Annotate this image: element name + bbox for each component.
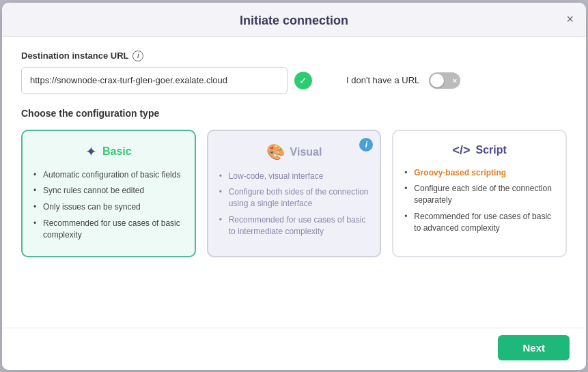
toggle-knob [430,74,444,87]
modal-body: Destination instance URL i ✓ I don't hav… [2,37,586,328]
cards-row: ✦ Basic Automatic configuration of basic… [21,130,567,258]
visual-icon: 🎨 [266,143,285,161]
config-type-section: Choose the configuration type ✦ Basic Au… [21,108,567,258]
destination-info-icon[interactable]: i [132,51,143,61]
card-script[interactable]: </> Script Groovy-based scripting Config… [392,130,567,258]
groovy-highlight: Groovy-based scripting [414,168,506,177]
basic-title: Basic [102,145,132,158]
script-bullet-3: Recommended for use cases of basic to ad… [404,211,555,234]
toggle-off-icon: × [453,76,457,85]
basic-bullet-1: Automatic configuration of basic fields [33,169,184,181]
config-section-title: Choose the configuration type [21,108,567,119]
basic-bullet-4: Recommended for use cases of basic compl… [33,218,184,241]
script-bullet-1: Groovy-based scripting [404,167,555,179]
visual-bullets: Low-code, visual interface Configure bot… [219,171,369,238]
visual-title: Visual [290,146,322,158]
no-url-label: I don't have a URL [346,75,419,85]
visual-bullet-1: Low-code, visual interface [219,171,369,182]
visual-bullet-2: Configure both sides of the connection u… [219,186,369,210]
visual-info-badge: i [359,138,373,152]
url-input[interactable] [21,67,288,94]
script-icon: </> [452,143,470,158]
basic-bullet-2: Sync rules cannot be edited [33,185,184,197]
modal-overlay: Initiate connection × Destination instan… [0,0,588,372]
modal-header: Initiate connection × [2,3,586,37]
url-row: ✓ I don't have a URL × [21,67,567,94]
card-basic[interactable]: ✦ Basic Automatic configuration of basic… [21,130,196,258]
modal-title: Initiate connection [240,14,348,28]
card-visual[interactable]: i 🎨 Visual Low-code, visual interface Co… [207,130,382,258]
modal: Initiate connection × Destination instan… [2,3,586,370]
no-url-toggle[interactable]: × [429,72,460,89]
modal-footer: Next [2,328,586,370]
url-valid-icon: ✓ [294,72,312,89]
basic-bullet-3: Only issues can be synced [33,201,184,213]
basic-icon: ✦ [85,143,97,160]
card-visual-header: 🎨 Visual [219,143,369,161]
next-button[interactable]: Next [498,335,570,360]
script-bullet-2: Configure each side of the connection se… [404,183,555,206]
script-title: Script [476,144,507,156]
destination-url-section: Destination instance URL i ✓ I don't hav… [21,51,567,94]
no-url-container: I don't have a URL × [346,72,460,89]
basic-bullets: Automatic configuration of basic fields … [33,169,184,241]
close-button[interactable]: × [566,13,574,25]
card-script-header: </> Script [404,143,555,158]
script-bullets: Groovy-based scripting Configure each si… [404,167,555,234]
card-basic-header: ✦ Basic [33,143,184,160]
destination-field-label: Destination instance URL i [21,51,567,61]
visual-bullet-3: Recommended for use cases of basic to in… [219,214,369,238]
